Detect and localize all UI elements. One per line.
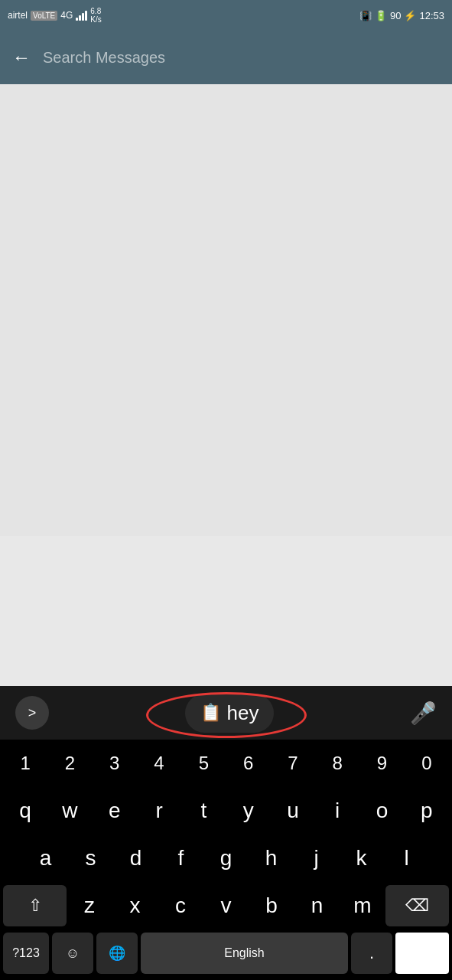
zxcv-row: ⇧ z x c v b n m ⌫: [0, 882, 452, 929]
carrier-label: airtel: [8, 10, 28, 21]
search-input[interactable]: [43, 49, 440, 67]
time-label: 12:53: [419, 10, 444, 21]
key-o[interactable]: o: [359, 790, 404, 831]
key-y[interactable]: y: [226, 790, 270, 831]
backspace-key[interactable]: ⌫: [385, 885, 449, 926]
network-type: 4G: [60, 10, 73, 21]
key-z[interactable]: z: [67, 885, 112, 926]
battery-level: 90: [390, 10, 401, 21]
key-b[interactable]: b: [249, 885, 294, 926]
key-7[interactable]: 7: [271, 743, 315, 784]
space-key[interactable]: English: [141, 933, 348, 974]
key-1[interactable]: 1: [3, 743, 47, 784]
shift-key[interactable]: ⇧: [3, 885, 67, 926]
key-e[interactable]: e: [93, 790, 137, 831]
back-button[interactable]: ←: [12, 47, 31, 68]
bottom-row: ?123 ☺ 🌐 English .: [0, 929, 452, 980]
key-m[interactable]: m: [340, 885, 385, 926]
key-k[interactable]: k: [339, 838, 384, 879]
key-l[interactable]: l: [384, 838, 429, 879]
suggestion-bar: > 📋 hey 🎤: [0, 686, 452, 740]
battery-icon: 🔋: [375, 10, 387, 21]
mic-button[interactable]: 🎤: [410, 701, 437, 726]
clip-icon: 📋: [200, 703, 221, 723]
key-c[interactable]: c: [158, 885, 203, 926]
key-9[interactable]: 9: [359, 743, 404, 784]
key-4[interactable]: 4: [137, 743, 181, 784]
key-v[interactable]: v: [203, 885, 249, 926]
key-8[interactable]: 8: [315, 743, 359, 784]
globe-key[interactable]: 🌐: [96, 933, 138, 974]
status-bar: airtel VoLTE 4G 6.8K/s 📳 🔋 90 ⚡ 12:53: [0, 0, 452, 31]
key-i[interactable]: i: [315, 790, 359, 831]
key-r[interactable]: r: [137, 790, 181, 831]
vibrate-icon: 📳: [359, 10, 372, 21]
signal-icon: [76, 10, 87, 21]
key-q[interactable]: q: [3, 790, 47, 831]
key-j[interactable]: j: [294, 838, 339, 879]
key-n[interactable]: n: [294, 885, 340, 926]
keyboard-area: > 📋 hey 🎤 1 2 3 4 5 6 7 8 9 0 q w e r t …: [0, 686, 452, 980]
speed-label: 6.8K/s: [90, 7, 101, 24]
expand-icon: >: [28, 705, 37, 721]
return-key[interactable]: [395, 933, 449, 974]
key-w[interactable]: w: [47, 790, 92, 831]
key-g[interactable]: g: [203, 838, 249, 879]
key-d[interactable]: d: [113, 838, 158, 879]
network-badge: VoLTE: [31, 11, 57, 21]
emoji-key[interactable]: ☺: [52, 933, 93, 974]
main-content: [0, 84, 452, 536]
key-p[interactable]: p: [405, 790, 449, 831]
number-row: 1 2 3 4 5 6 7 8 9 0: [0, 740, 452, 787]
key-2[interactable]: 2: [47, 743, 92, 784]
key-s[interactable]: s: [68, 838, 113, 879]
header: ←: [0, 31, 452, 84]
expand-button[interactable]: >: [15, 696, 49, 730]
key-6[interactable]: 6: [226, 743, 270, 784]
search-container: [43, 49, 440, 67]
key-u[interactable]: u: [271, 790, 315, 831]
key-5[interactable]: 5: [181, 743, 226, 784]
status-left: airtel VoLTE 4G 6.8K/s: [8, 7, 102, 24]
key-f[interactable]: f: [158, 838, 203, 879]
key-3[interactable]: 3: [93, 743, 137, 784]
asdf-row: a s d f g h j k l: [0, 835, 452, 882]
charging-icon: ⚡: [404, 10, 416, 21]
status-right: 📳 🔋 90 ⚡ 12:53: [359, 10, 444, 21]
symbols-key[interactable]: ?123: [3, 933, 49, 974]
key-a[interactable]: a: [23, 838, 68, 879]
qwerty-row: q w e r t y u i o p: [0, 787, 452, 835]
suggestion-text: hey: [227, 701, 259, 725]
period-key[interactable]: .: [351, 933, 392, 974]
key-t[interactable]: t: [181, 790, 226, 831]
suggestion-pill[interactable]: 📋 hey: [185, 694, 275, 733]
key-h[interactable]: h: [249, 838, 294, 879]
key-0[interactable]: 0: [405, 743, 449, 784]
key-x[interactable]: x: [112, 885, 158, 926]
